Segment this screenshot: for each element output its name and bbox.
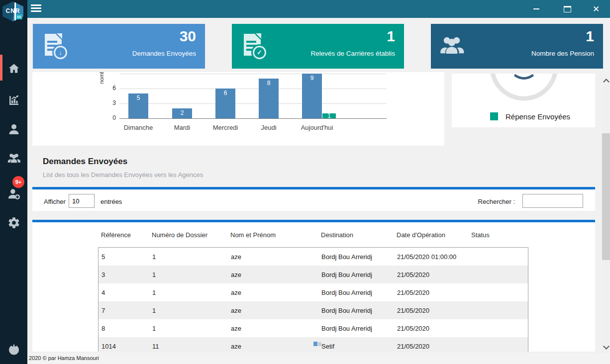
footer-text: 2020 © par Hamza Mansouri — [29, 355, 99, 361]
table-cell: Bordj Bou Arreridj — [318, 319, 394, 337]
legend-label: Répense Envoyées — [506, 112, 570, 121]
column-header: Numéro de Dossier — [152, 231, 207, 239]
x-category-label: Aujourd'hui — [292, 124, 342, 131]
close-icon: ✕ — [593, 4, 600, 14]
logo-badge: cc — [16, 14, 22, 19]
column-header: Destination — [321, 231, 353, 239]
table-row: 31azeBordj Bou Arreridj21/05/2020 — [99, 266, 528, 283]
y-axis-label: nomb — [99, 72, 104, 84]
sidebar-item-add-user[interactable]: 9+ — [0, 180, 27, 202]
table-cell — [469, 248, 528, 266]
table-cell: 5 — [99, 248, 149, 266]
data-table: 51azeBordj Bou Arreridj21/05/2020 01:00:… — [99, 248, 528, 352]
x-axis-line — [119, 118, 387, 119]
x-category-label: Jeudi — [244, 124, 294, 131]
chart-bar: 5 — [128, 93, 148, 118]
table-cell: Bordj Bou Arreridj — [318, 283, 394, 301]
table-cell: 21/05/2020 — [394, 266, 469, 283]
notification-badge: 9+ — [12, 176, 24, 188]
x-category-label: Dimanche — [113, 124, 163, 131]
minimize-button[interactable] — [529, 1, 544, 16]
donut-chart-card: Répense Envoyées — [452, 74, 595, 127]
text-cursor-artifact — [318, 342, 321, 346]
add-user-icon — [7, 187, 20, 200]
hamburger-menu-icon[interactable] — [31, 4, 42, 13]
table-cell: 21/05/2020 01:00:00 — [394, 248, 469, 266]
gridline — [119, 89, 387, 89]
entries-suffix-label: entrées — [101, 198, 122, 205]
sidebar: CNR cc 9+ — [0, 0, 27, 364]
table-cell: aze — [228, 337, 318, 352]
maximize-button[interactable] — [560, 1, 575, 16]
table-cell: aze — [228, 266, 318, 283]
table-cell: aze — [228, 283, 318, 301]
column-header: Status — [471, 231, 490, 239]
table-cell — [469, 337, 528, 352]
scroll-down-arrow-icon[interactable] — [603, 343, 610, 350]
sidebar-item-user[interactable] — [0, 118, 27, 140]
table-row: 41azeBordj Bou Arreridj21/05/2020 — [99, 283, 528, 301]
user-icon — [7, 123, 20, 135]
chart-bar: 2 — [172, 108, 192, 118]
search-input[interactable] — [522, 194, 583, 208]
table-cell: Setif — [318, 337, 394, 352]
gear-icon — [7, 216, 20, 229]
table-cell: 21/05/2020 — [394, 319, 469, 337]
table-cell: 3 — [99, 266, 149, 283]
table-cell — [469, 283, 528, 301]
document-check-icon: ✓ — [244, 34, 269, 60]
statistics-icon — [7, 94, 20, 106]
table-cell: Bordj Bou Arreridj — [318, 266, 394, 283]
gridline — [119, 74, 387, 74]
sidebar-item-home[interactable] — [0, 58, 27, 80]
table-cell: 1 — [149, 283, 228, 301]
bar-value-label: 8 — [259, 80, 279, 87]
titlebar: ✕ — [27, 0, 610, 18]
table-row: 81azeBordj Bou Arreridj21/05/2020 — [99, 319, 528, 337]
sidebar-item-statistics[interactable] — [0, 90, 27, 111]
table-cell: aze — [228, 248, 318, 266]
column-header: Référence — [101, 231, 131, 239]
legend-color-swatch — [490, 112, 498, 120]
stat-value: 1 — [586, 28, 594, 45]
users-group-icon — [7, 153, 21, 164]
home-icon — [7, 63, 20, 75]
cnr-logo: CNR cc — [2, 1, 23, 21]
logo-text: CNR — [2, 7, 23, 14]
sidebar-item-users[interactable] — [0, 147, 27, 169]
stat-value: 1 — [387, 28, 395, 45]
vertical-scrollbar[interactable] — [602, 76, 610, 353]
x-category-label: Mercredi — [201, 124, 250, 131]
stat-card-pension: 1 Nombre des Pension — [431, 24, 603, 69]
search-label: Rechercher : — [465, 198, 515, 205]
bar-value-label: 1 — [322, 112, 336, 119]
users-group-icon — [439, 35, 464, 61]
table-cell: 4 — [99, 283, 149, 301]
entries-count-input[interactable] — [69, 194, 95, 208]
bar-value-label: 6 — [215, 90, 235, 96]
power-button[interactable] — [0, 339, 27, 361]
scrollbar-thumb[interactable] — [602, 133, 610, 260]
table-cell: 8 — [99, 319, 149, 337]
document-download-icon: ↓ — [45, 34, 70, 60]
sidebar-item-settings[interactable] — [0, 212, 27, 234]
table-cell: 1 — [149, 248, 228, 266]
chart-bar: 6 — [215, 89, 235, 118]
column-header: Nom et Prénom — [230, 231, 276, 239]
bar-chart-card: nomb 036DimancheMardiMercrediJeudiAujour… — [32, 72, 444, 146]
table-cell: 1 — [149, 301, 228, 319]
scroll-up-arrow-icon[interactable] — [603, 79, 610, 85]
table-cell — [469, 301, 528, 319]
table-controls-bar: Afficher entrées Rechercher : — [32, 187, 595, 211]
table-cell: 21/05/2020 — [394, 301, 469, 319]
stat-label: Demandes Envoyées — [132, 50, 196, 57]
table-row: 71azeBordj Bou Arreridj21/05/2020 — [99, 301, 528, 319]
stat-label: Nombre des Pension — [531, 50, 594, 57]
stat-label: Relevés de Carrières établis — [310, 50, 395, 57]
close-button[interactable]: ✕ — [589, 1, 604, 16]
bar-value-label: 2 — [172, 109, 192, 116]
chart-bar-secondary: 1 — [322, 113, 336, 118]
text-cursor-artifact — [313, 342, 317, 346]
stat-card-releves: ✓ 1 Relevés de Carrières établis — [232, 24, 404, 69]
power-icon — [7, 344, 20, 357]
